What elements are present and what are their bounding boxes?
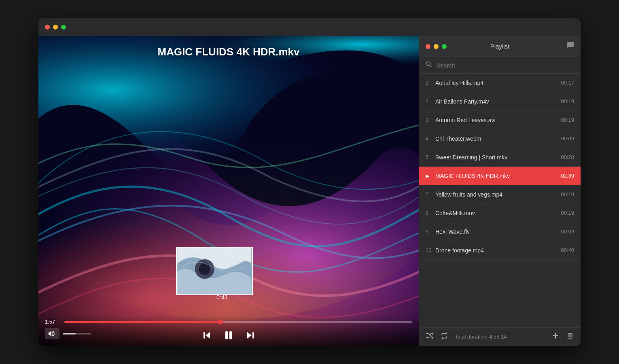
controls-overlay: 1:57 (38, 315, 419, 346)
item-number: 5 (426, 154, 435, 160)
minimize-button[interactable] (53, 25, 58, 30)
playlist-minimize-button[interactable] (434, 44, 439, 49)
delete-button[interactable] (566, 332, 574, 342)
item-number: 1 (426, 80, 435, 86)
previous-button[interactable] (203, 331, 212, 340)
playlist-item[interactable]: 7 Yellow fruits and vegs.mp4 00:19 (419, 185, 581, 204)
item-name: MAGIC FLUIDS 4K HDR.mkv (435, 173, 561, 179)
next-button[interactable] (246, 331, 254, 340)
playlist-header: Playlist (419, 36, 581, 57)
playlist-items: 1 Aerial Icy Hills.mp4 00:17 2 Air Ballo… (419, 74, 581, 327)
item-duration: 00:19 (561, 117, 574, 123)
progress-fill (64, 321, 221, 323)
item-number: 9 (426, 229, 435, 235)
playlist-title: Playlist (490, 43, 510, 50)
playlist-item[interactable]: ▶ MAGIC FLUIDS 4K HDR.mkv 02:39 (419, 167, 581, 185)
repeat-button[interactable] (440, 332, 448, 342)
svg-line-12 (430, 66, 432, 68)
playlist-item[interactable]: 5 Sweet Dreaming | Short.mkv 00:28 (419, 148, 581, 167)
preview-thumbnail (176, 247, 253, 295)
progress-row: 1:57 (45, 319, 412, 325)
volume-slider[interactable] (63, 333, 91, 334)
center-controls (203, 330, 254, 341)
app-window: MAGIC FLUIDS 4K HDR.mkv 0:43 (38, 18, 581, 346)
playlist-close-button[interactable] (426, 44, 430, 49)
main-area: MAGIC FLUIDS 4K HDR.mkv 0:43 (38, 36, 581, 346)
item-number: 7 (426, 191, 435, 197)
current-time: 1:57 (45, 319, 59, 325)
skip-back-icon (203, 331, 212, 340)
item-name: Sweet Dreaming | Short.mkv (435, 154, 561, 161)
item-duration: 00:40 (561, 247, 574, 253)
playlist-traffic-lights (426, 44, 447, 49)
item-duration: 00:09 (561, 229, 574, 235)
pause-icon (223, 330, 234, 341)
item-name: Hexi Wave.flv (435, 229, 561, 235)
svg-rect-13 (568, 334, 572, 338)
search-icon (426, 61, 432, 69)
playlist-item[interactable]: 4 Chi Theater.webm 00:09 (419, 129, 581, 148)
pause-button[interactable] (223, 330, 234, 341)
item-duration: 00:19 (561, 191, 574, 197)
search-input[interactable] (436, 62, 574, 69)
footer-right (551, 332, 574, 342)
svg-point-11 (426, 62, 430, 66)
scrubber-time-tooltip: 0:43 (216, 294, 227, 301)
item-number: 3 (426, 117, 435, 123)
close-button[interactable] (45, 25, 50, 30)
item-name: Drone footage.mp4 (435, 247, 561, 254)
item-name: Autumn Red Leaves.avi (435, 117, 561, 123)
item-duration: 00:17 (561, 80, 574, 86)
add-button[interactable] (551, 332, 560, 342)
item-name: Aerial Icy Hills.mp4 (435, 80, 561, 86)
svg-rect-9 (252, 332, 254, 339)
title-bar (38, 18, 581, 36)
playlist-footer: Total duration: 4:55:14 (419, 327, 581, 346)
item-duration: 00:19 (561, 98, 574, 104)
total-duration: Total duration: 4:55:14 (455, 334, 545, 340)
left-controls (45, 328, 91, 339)
item-name: Yellow fruits and vegs.mp4 (435, 191, 561, 198)
item-duration: 02:39 (561, 173, 574, 179)
bottom-controls (45, 328, 412, 339)
item-name: Air Ballons Party.m4v (435, 98, 561, 105)
item-number: 4 (426, 135, 435, 142)
item-number: 10 (426, 247, 435, 253)
svg-rect-5 (204, 332, 205, 339)
video-area[interactable]: MAGIC FLUIDS 4K HDR.mkv 0:43 (38, 36, 419, 346)
traffic-lights (45, 25, 66, 30)
item-duration: 00:19 (561, 210, 574, 216)
item-duration: 00:28 (561, 154, 574, 160)
volume-button[interactable] (45, 328, 59, 339)
playlist-item[interactable]: 10 Drone footage.mp4 00:40 (419, 241, 581, 260)
item-number: 8 (426, 210, 435, 216)
playlist-item[interactable]: 9 Hexi Wave.flv 00:09 (419, 222, 581, 241)
playlist-item[interactable]: 2 Air Ballons Party.m4v 00:19 (419, 92, 581, 111)
svg-rect-7 (225, 331, 228, 339)
video-background (38, 36, 419, 346)
progress-bar[interactable] (64, 321, 412, 323)
svg-rect-8 (229, 331, 232, 339)
volume-icon (49, 331, 56, 336)
playlist-item[interactable]: 8 Coffe&Milk.mov 00:19 (419, 204, 581, 222)
item-duration: 00:09 (561, 135, 574, 142)
item-name: Coffe&Milk.mov (435, 210, 561, 216)
volume-fill (63, 333, 76, 334)
search-bar (419, 57, 581, 74)
item-name: Chi Theater.webm (435, 135, 561, 142)
skip-forward-icon (246, 331, 254, 340)
maximize-button[interactable] (61, 25, 66, 30)
playlist-panel: Playlist 1 (419, 36, 581, 346)
playlist-maximize-button[interactable] (442, 44, 447, 49)
video-title: MAGIC FLUIDS 4K HDR.mkv (157, 46, 299, 58)
svg-marker-6 (206, 332, 210, 339)
play-icon: ▶ (426, 173, 435, 179)
playlist-item[interactable]: 1 Aerial Icy Hills.mp4 00:17 (419, 74, 581, 92)
item-number: 2 (426, 98, 435, 104)
chat-icon[interactable] (566, 41, 574, 51)
playlist-item[interactable]: 3 Autumn Red Leaves.avi 00:19 (419, 111, 581, 129)
shuffle-button[interactable] (426, 332, 434, 342)
svg-marker-10 (247, 332, 252, 339)
